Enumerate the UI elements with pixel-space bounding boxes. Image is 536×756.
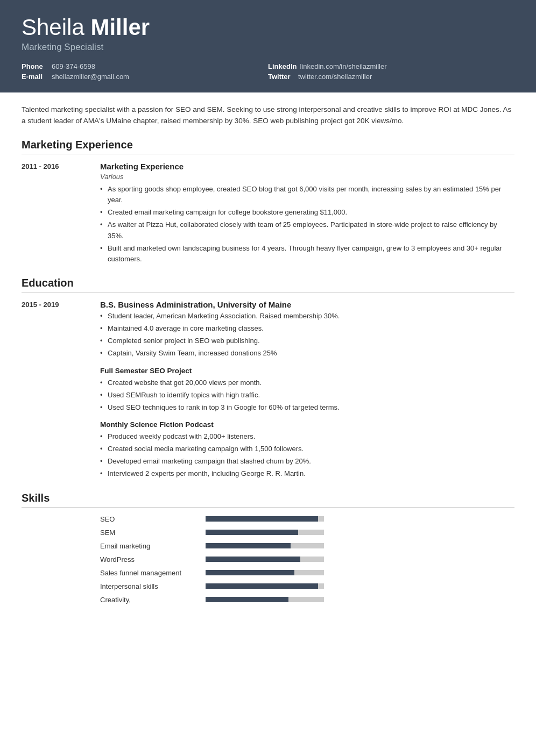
education-entry-title: B.S. Business Administration, University… xyxy=(100,300,514,309)
list-item: Used SEMRush to identify topics with hig… xyxy=(100,390,514,401)
phone-value: 609-374-6598 xyxy=(52,62,95,70)
marketing-content: Marketing Experience Various As sporting… xyxy=(100,162,514,266)
skill-bar-fill xyxy=(206,583,318,589)
skill-bar-fill xyxy=(206,557,300,562)
education-section: Education 2015 - 2019 B.S. Business Admi… xyxy=(22,277,514,481)
list-item: Built and marketed own landscaping busin… xyxy=(100,243,514,265)
twitter-label: Twitter xyxy=(268,73,295,81)
marketing-entry-subtitle: Various xyxy=(100,173,514,181)
resume-header: Sheila Miller Marketing Specialist Phone… xyxy=(0,0,536,92)
skill-bar-container xyxy=(206,597,324,602)
skill-name: SEO xyxy=(100,515,197,523)
list-item: Created email marketing campaign for col… xyxy=(100,207,514,218)
summary-text: Talented marketing specialist with a pas… xyxy=(22,104,514,127)
education-title: Education xyxy=(22,277,514,293)
marketing-entry-title: Marketing Experience xyxy=(100,162,514,171)
skill-name: Creativity, xyxy=(100,596,197,604)
list-item: Developed email marketing campaign that … xyxy=(100,456,514,467)
skill-bar-container xyxy=(206,583,324,589)
skill-row: Creativity, xyxy=(100,596,514,604)
skill-bar-container xyxy=(206,516,324,522)
skill-bar-container xyxy=(206,530,324,535)
education-bullet-list: Student leader, American Marketing Assoc… xyxy=(100,311,514,359)
email-label: E-mail xyxy=(22,73,48,81)
skill-row: SEO xyxy=(100,515,514,523)
contact-info: Phone 609-374-6598 LinkedIn linkedin.com… xyxy=(22,62,514,81)
last-name: Miller xyxy=(90,15,150,40)
skill-row: Sales funnel management xyxy=(100,569,514,577)
list-item: Created social media marketing campaign … xyxy=(100,444,514,454)
podcast-list: Produced weekly podcast with 2,000+ list… xyxy=(100,431,514,480)
skill-row: Email marketing xyxy=(100,542,514,550)
skills-entry: SEOSEMEmail marketingWordPressSales funn… xyxy=(22,515,514,604)
list-item: Used SEO techniques to rank in top 3 in … xyxy=(100,402,514,413)
skills-section: Skills SEOSEMEmail marketingWordPressSal… xyxy=(22,492,514,604)
twitter-item: Twitter twitter.com/sheilazmiller xyxy=(268,73,514,81)
email-value: sheilazmiller@gmail.com xyxy=(52,73,129,81)
list-item: As waiter at Pizza Hut, collaborated clo… xyxy=(100,219,514,241)
skill-name: SEM xyxy=(100,529,197,537)
linkedin-value: linkedin.com/in/sheilazmiller xyxy=(300,62,386,70)
candidate-title: Marketing Specialist xyxy=(22,42,514,53)
skill-bar-fill xyxy=(206,570,294,575)
skill-bar-container xyxy=(206,557,324,562)
education-entry: 2015 - 2019 B.S. Business Administration… xyxy=(22,300,514,481)
marketing-dates: 2011 - 2016 xyxy=(22,162,91,266)
skill-name: Email marketing xyxy=(100,542,197,550)
skill-row: WordPress xyxy=(100,555,514,564)
marketing-experience-title: Marketing Experience xyxy=(22,139,514,154)
list-item: Completed senior project in SEO web publ… xyxy=(100,336,514,346)
list-item: Captain, Varsity Swim Team, increased do… xyxy=(100,348,514,359)
skill-row: SEM xyxy=(100,529,514,537)
podcast-subsection: Monthly Science Fiction Podcast Produced… xyxy=(100,420,514,480)
marketing-bullet-list: As sporting goods shop employee, created… xyxy=(100,184,514,265)
education-dates: 2015 - 2019 xyxy=(22,300,91,481)
seo-project-list: Created website that got 20,000 views pe… xyxy=(100,377,514,413)
seo-project-subsection: Full Semester SEO Project Created websit… xyxy=(100,367,514,413)
list-item: Interviewed 2 experts per month, includi… xyxy=(100,468,514,479)
skills-list: SEOSEMEmail marketingWordPressSales funn… xyxy=(100,515,514,604)
skill-bar-fill xyxy=(206,516,318,522)
email-item: E-mail sheilazmiller@gmail.com xyxy=(22,73,268,81)
skill-bar-fill xyxy=(206,597,288,602)
skill-name: Interpersonal skills xyxy=(100,582,197,590)
skill-row: Interpersonal skills xyxy=(100,582,514,590)
education-content: B.S. Business Administration, University… xyxy=(100,300,514,481)
linkedin-label: LinkedIn xyxy=(268,62,297,70)
seo-project-title: Full Semester SEO Project xyxy=(100,367,514,375)
skill-bar-fill xyxy=(206,543,291,548)
list-item: Maintained 4.0 average in core marketing… xyxy=(100,323,514,334)
candidate-name: Sheila Miller xyxy=(22,15,514,40)
first-name: Sheila xyxy=(22,15,90,40)
skill-bar-container xyxy=(206,543,324,548)
phone-label: Phone xyxy=(22,62,48,70)
phone-item: Phone 609-374-6598 xyxy=(22,62,268,70)
marketing-entry: 2011 - 2016 Marketing Experience Various… xyxy=(22,162,514,266)
skill-name: Sales funnel management xyxy=(100,569,197,577)
linkedin-item: LinkedIn linkedin.com/in/sheilazmiller xyxy=(268,62,514,70)
list-item: Student leader, American Marketing Assoc… xyxy=(100,311,514,322)
twitter-value: twitter.com/sheilazmiller xyxy=(298,73,372,81)
skills-title: Skills xyxy=(22,492,514,508)
marketing-experience-section: Marketing Experience 2011 - 2016 Marketi… xyxy=(22,139,514,266)
resume-main: Talented marketing specialist with a pas… xyxy=(0,92,536,630)
skill-name: WordPress xyxy=(100,555,197,564)
list-item: Produced weekly podcast with 2,000+ list… xyxy=(100,431,514,442)
podcast-title: Monthly Science Fiction Podcast xyxy=(100,420,514,429)
skill-bar-container xyxy=(206,570,324,575)
list-item: As sporting goods shop employee, created… xyxy=(100,184,514,205)
list-item: Created website that got 20,000 views pe… xyxy=(100,377,514,388)
skill-bar-fill xyxy=(206,530,298,535)
